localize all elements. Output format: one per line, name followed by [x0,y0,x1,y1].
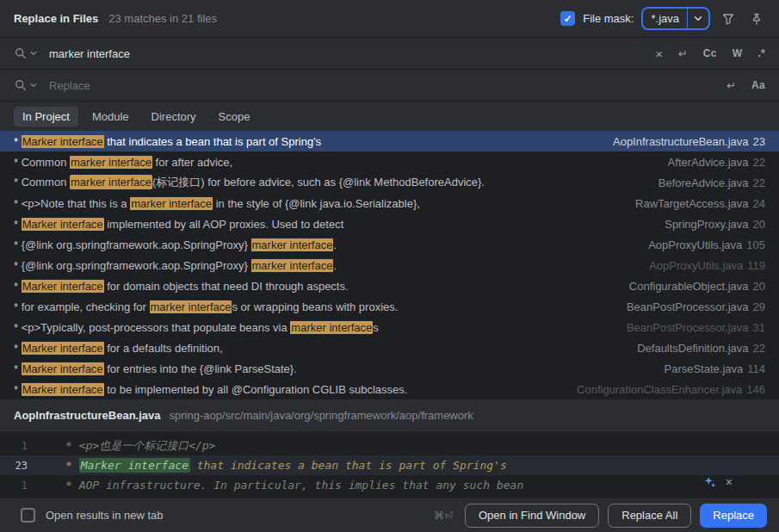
result-file-ref: AopInfrastructureBean.java23 [613,135,765,148]
search-icon [14,78,28,92]
code-lines: 1 * <p>也是一个标记接口</p> 23 * Marker interfac… [0,436,779,495]
search-field-row: × ↵ Cc W .* [0,38,779,70]
result-row[interactable]: * Marker interface that indicates a bean… [0,131,779,152]
result-text: * Common marker interface for after advi… [14,156,656,169]
result-text: * Marker interface for entries into the … [14,362,652,375]
result-file-ref: AopProxyUtils.java105 [648,238,765,251]
line-number: 1 [0,479,40,492]
file-mask-value[interactable]: *.java [643,12,687,25]
match-case-toggle[interactable]: Cc [703,48,717,59]
replace-in-files-dialog: Replace in Files 23 matches in 21 files … [0,0,779,532]
result-file-ref: ConfigurableObject.java20 [629,280,765,293]
preview-header: AopInfrastructureBean.java spring-aop/sr… [0,399,779,432]
code-line: 1 * <p>也是一个标记接口</p> [0,436,779,455]
file-mask-group: ✓ File mask: *.java [560,7,767,30]
dialog-footer: Open results in new tab ⌘⏎ Open in Find … [0,498,779,532]
tab-in-project[interactable]: In Project [14,107,78,127]
file-mask-label: File mask: [583,12,634,25]
result-text: * Common marker interface(标记接口) for befo… [14,175,646,190]
result-row[interactable]: * Marker interface for domain objects th… [0,275,779,296]
editor-hint-widget[interactable]: × [703,475,733,489]
result-row[interactable]: * Common marker interface for after advi… [0,152,779,172]
result-text: * Marker interface to be implemented by … [14,383,565,396]
code-line: 1 * AOP infrastructure. In particular, t… [0,475,779,495]
code-line: 23 * Marker interface that indicates a b… [0,455,779,475]
result-row[interactable]: * {@link org.springframework.aop.SpringP… [0,255,779,275]
result-text: * for example, checking for marker inter… [14,300,615,313]
dialog-title: Replace in Files [14,12,98,25]
replace-all-button[interactable]: Replace All [608,504,691,528]
result-file-ref: RawTargetAccess.java24 [635,197,765,210]
match-summary: 23 matches in 21 files [108,12,217,25]
result-text: * <p>Typically, post-processors that pop… [14,321,615,334]
result-row[interactable]: * <p>Typically, post-processors that pop… [0,317,779,337]
result-row[interactable]: * Marker interface implemented by all AO… [0,213,779,234]
clear-search-icon[interactable]: × [655,47,663,60]
result-file-ref: DefaultsDefinition.java22 [637,342,765,355]
open-results-new-tab-checkbox[interactable] [21,508,35,523]
replace-history-button[interactable] [14,78,37,92]
result-row[interactable]: * {@link org.springframework.aop.SpringP… [0,234,779,255]
preview-file-name: AopInfrastructureBean.java [14,409,161,422]
code-text: * AOP infrastructure. In particular, thi… [40,479,523,492]
line-number: 1 [0,440,40,452]
filter-icon[interactable] [718,9,739,29]
check-icon: ✓ [564,13,572,25]
scope-tabs: In Project Module Directory Scope [0,102,779,131]
result-file-ref: BeforeAdvice.java22 [658,176,765,189]
result-text: * <p>Note that this is a marker interfac… [14,197,623,210]
insert-newline-icon[interactable]: ↵ [726,80,736,91]
replace-field-row: ↵ Aa [0,70,779,102]
result-text: * Marker interface implemented by all AO… [14,218,652,231]
result-text: * {@link org.springframework.aop.SpringP… [14,259,637,272]
ai-sparkle-icon[interactable] [703,475,717,489]
result-text: * Marker interface for a defaults defini… [14,342,625,355]
result-file-ref: BeanPostProcessor.java31 [627,321,765,334]
tab-directory[interactable]: Directory [143,107,205,127]
result-text: * Marker interface that indicates a bean… [14,135,601,148]
result-file-ref: ParseState.java114 [664,362,765,375]
result-file-ref: ConfigurationClassEnhancer.java146 [577,383,765,396]
preserve-case-toggle[interactable]: Aa [751,80,765,90]
result-file-ref: AfterAdvice.java22 [668,156,765,169]
result-row[interactable]: * Marker interface to be implemented by … [0,379,779,399]
code-text: * <p>也是一个标记接口</p> [40,438,215,454]
dialog-titlebar: Replace in Files 23 matches in 21 files … [0,0,779,38]
shortcut-hint: ⌘⏎ [434,510,453,522]
result-file-ref: BeanPostProcessor.java29 [627,300,765,313]
pin-icon[interactable] [746,9,767,29]
tab-module[interactable]: Module [83,107,138,127]
result-row[interactable]: * Common marker interface(标记接口) for befo… [0,172,779,193]
search-history-button[interactable] [14,46,37,60]
replace-input[interactable] [49,79,716,92]
chevron-down-icon [30,83,37,88]
search-icon [14,46,28,60]
open-in-find-window-button[interactable]: Open in Find Window [465,504,599,528]
replace-controls: ↵ Aa [726,80,765,91]
result-text: * Marker interface for domain objects th… [14,280,617,293]
chevron-down-icon[interactable] [687,9,708,28]
line-number: 23 [0,460,40,472]
file-mask-checkbox[interactable]: ✓ [560,11,575,26]
result-row[interactable]: * for example, checking for marker inter… [0,296,779,317]
search-input[interactable] [49,47,645,60]
regex-toggle[interactable]: .* [757,48,765,59]
results-list: * Marker interface that indicates a bean… [0,131,779,399]
result-row[interactable]: * Marker interface for entries into the … [0,358,779,379]
close-icon[interactable]: × [726,476,733,488]
whole-words-toggle[interactable]: W [733,48,743,59]
chevron-down-icon [30,51,37,56]
result-file-ref: AopProxyUtils.java119 [649,259,765,272]
insert-newline-icon[interactable]: ↵ [678,48,688,59]
code-preview-editor[interactable]: 1 * <p>也是一个标记接口</p> 23 * Marker interfac… [0,432,779,498]
file-mask-combobox[interactable]: *.java [641,7,710,30]
open-results-new-tab-label: Open results in new tab [46,509,164,522]
result-row[interactable]: * <p>Note that this is a marker interfac… [0,193,779,213]
tab-scope[interactable]: Scope [210,107,259,127]
result-file-ref: SpringProxy.java20 [665,218,765,231]
replace-button[interactable]: Replace [700,504,767,528]
search-controls: × ↵ Cc W .* [655,47,765,60]
code-text: * Marker interface that indicates a bean… [40,459,507,472]
result-text: * {@link org.springframework.aop.SpringP… [14,238,636,251]
result-row[interactable]: * Marker interface for a defaults defini… [0,337,779,358]
